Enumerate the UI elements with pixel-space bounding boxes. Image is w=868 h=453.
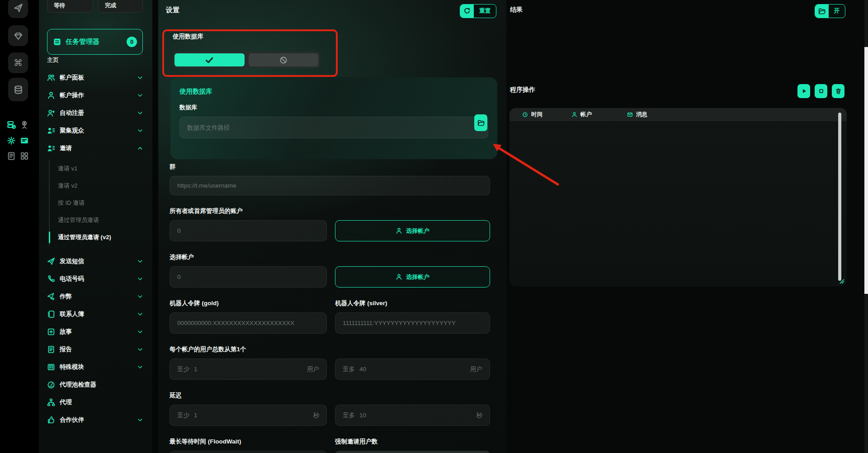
- app-window: ⌘ 等待 完成 任务管理器 0 主页 帐户面板 帐户操作: [0, 0, 868, 453]
- done-button[interactable]: 完成: [98, 0, 143, 13]
- group-label: 群: [170, 163, 490, 171]
- sidebar-item-proxy[interactable]: 代理: [47, 393, 147, 411]
- submenu-invite-by-id[interactable]: 按 ID 邀请: [50, 194, 147, 212]
- sidebar-item-stories[interactable]: 故事: [47, 323, 147, 340]
- users-total-label: 每个帐户的用户总数从第1个: [170, 345, 490, 354]
- floodwait-input[interactable]: 500 秒: [170, 451, 327, 453]
- log-scrollbar-thumb[interactable]: [838, 113, 841, 281]
- min-value: 1: [194, 366, 198, 373]
- server-check-icon[interactable]: [7, 120, 16, 129]
- sidebar-item-send-sms[interactable]: 发送短信: [47, 252, 147, 270]
- sidebar-item-auto-register[interactable]: 自动注册: [47, 104, 147, 122]
- pick-button-label: 选择帐户: [406, 273, 429, 281]
- toggle-yes-button[interactable]: [175, 53, 245, 66]
- document-icon[interactable]: [7, 151, 16, 160]
- user-plus-icon: [47, 109, 55, 117]
- sidebar-item-cheat[interactable]: 作弊: [47, 288, 147, 305]
- person-camera-icon[interactable]: [20, 120, 29, 129]
- card-icon[interactable]: [20, 136, 29, 145]
- task-manager-button[interactable]: 任务管理器 0: [47, 29, 143, 55]
- settings-form: 群 所有者或首席管理员的账户 选择帐户 选择帐户: [170, 159, 490, 453]
- submenu-invite-v2[interactable]: 邀请 v2: [50, 177, 147, 194]
- sidebar-item-partners[interactable]: 合作伙伴: [47, 411, 147, 429]
- max-prefix: 至多: [343, 365, 355, 373]
- log-table[interactable]: 时间 帐户 消息: [509, 108, 847, 287]
- chevron-down-icon: [137, 346, 143, 353]
- users-min-input[interactable]: 至少 1 用户: [170, 359, 327, 380]
- sidebar-item-reports[interactable]: 报告: [47, 340, 147, 358]
- sidebar-item-label: 自动注册: [60, 109, 132, 117]
- chevron-down-icon: [137, 258, 143, 264]
- submenu-invite-v1[interactable]: 邀请 v1: [50, 160, 147, 177]
- wait-button[interactable]: 等待: [47, 0, 93, 13]
- bot-token-silver-label: 机器人令牌 (silver): [335, 299, 490, 307]
- pick-accounts-button[interactable]: 选择帐户: [335, 266, 490, 288]
- bot-token-silver-input[interactable]: [335, 312, 490, 334]
- paper-plane-icon: [47, 257, 55, 265]
- bot-token-gold-input[interactable]: [170, 312, 327, 334]
- column-time: 时间: [522, 111, 571, 118]
- open-results-button[interactable]: 开: [815, 4, 846, 18]
- mail-icon: [627, 112, 633, 118]
- gear-icon[interactable]: [7, 136, 16, 145]
- sidebar-item-label: 发送短信: [60, 257, 132, 265]
- reset-button[interactable]: 重置: [460, 4, 496, 18]
- toggle-no-button[interactable]: [249, 53, 319, 66]
- users-max-input[interactable]: 至多 40 用户: [335, 359, 490, 380]
- sidebar-item-account-panel[interactable]: 帐户面板: [47, 69, 147, 86]
- submenu-invite-via-admin-v2[interactable]: 通过管理员邀请 (v2): [50, 229, 147, 246]
- sidebar-item-contact-book[interactable]: 联系人簿: [47, 305, 147, 323]
- wait-button-label: 等待: [54, 2, 65, 9]
- delay-min-input[interactable]: 至少 1 秒: [170, 405, 327, 426]
- page-scrollbar[interactable]: [864, 0, 868, 453]
- sidebar-item-special-modules[interactable]: 特殊模块: [47, 358, 147, 376]
- pick-owner-account-button[interactable]: 选择帐户: [335, 220, 490, 241]
- resize-grip-icon[interactable]: [839, 278, 845, 284]
- thumbs-up-icon: [47, 416, 55, 424]
- column-label: 帐户: [580, 111, 592, 118]
- sidebar-item-invite[interactable]: 邀请: [47, 139, 147, 157]
- group-link-input[interactable]: [170, 176, 490, 195]
- users-icon: [47, 74, 55, 82]
- sidebar-item-proxy-checker[interactable]: 代理池检查器: [47, 376, 147, 393]
- paper-plane-plus-icon: [47, 293, 55, 301]
- max-value: 10: [359, 412, 366, 419]
- stop-button[interactable]: [815, 84, 827, 98]
- sidebar-item-account-ops[interactable]: 帐户操作: [47, 86, 147, 104]
- sidebar-item-gather-audience[interactable]: 聚集观众: [47, 122, 147, 139]
- select-accounts-input[interactable]: [170, 266, 327, 288]
- chevron-down-icon: [137, 329, 143, 335]
- delay-max-input[interactable]: 至多 10 秒: [335, 405, 490, 426]
- section-label-home: 主页: [47, 56, 59, 64]
- clear-button[interactable]: [832, 84, 844, 98]
- database-path-input[interactable]: [179, 117, 488, 138]
- command-icon: ⌘: [14, 57, 23, 68]
- page-scrollbar-thumb[interactable]: [864, 47, 868, 294]
- diamond-icon: [14, 31, 23, 41]
- submenu-invite-via-admin[interactable]: 通过管理员邀请: [50, 212, 147, 229]
- grid-icon[interactable]: [20, 151, 29, 160]
- send-nav-button[interactable]: [8, 0, 28, 18]
- use-database-card: 使用数据库 数据库: [170, 77, 497, 159]
- chevron-down-icon: [137, 293, 143, 300]
- owner-account-input[interactable]: [170, 220, 327, 241]
- sidebar-item-label: 帐户操作: [60, 91, 132, 99]
- column-message: 消息: [627, 111, 647, 118]
- browse-database-button[interactable]: [474, 114, 487, 131]
- sidebar-item-label: 作弊: [60, 293, 132, 301]
- sidebar-item-phone-numbers[interactable]: 电话号码: [47, 270, 147, 288]
- submenu-label: 通过管理员邀请 (v2): [58, 233, 111, 241]
- floodwait-label: 最长等待时间 (FloodWait): [170, 438, 327, 446]
- log-table-header: 时间 帐户 消息: [509, 108, 847, 121]
- database-nav-button[interactable]: [8, 78, 28, 101]
- open-button-label: 开: [829, 5, 845, 18]
- submenu-label: 按 ID 邀请: [58, 199, 85, 207]
- start-button[interactable]: [797, 84, 810, 98]
- user-icon: [47, 91, 55, 99]
- icon-rail: ⌘: [0, 0, 39, 453]
- force-invite-toggle: [335, 451, 490, 453]
- command-nav-button[interactable]: ⌘: [8, 52, 28, 73]
- diamond-nav-button[interactable]: [8, 25, 28, 46]
- unit-label: 秒: [313, 411, 320, 420]
- column-label: 时间: [531, 111, 542, 118]
